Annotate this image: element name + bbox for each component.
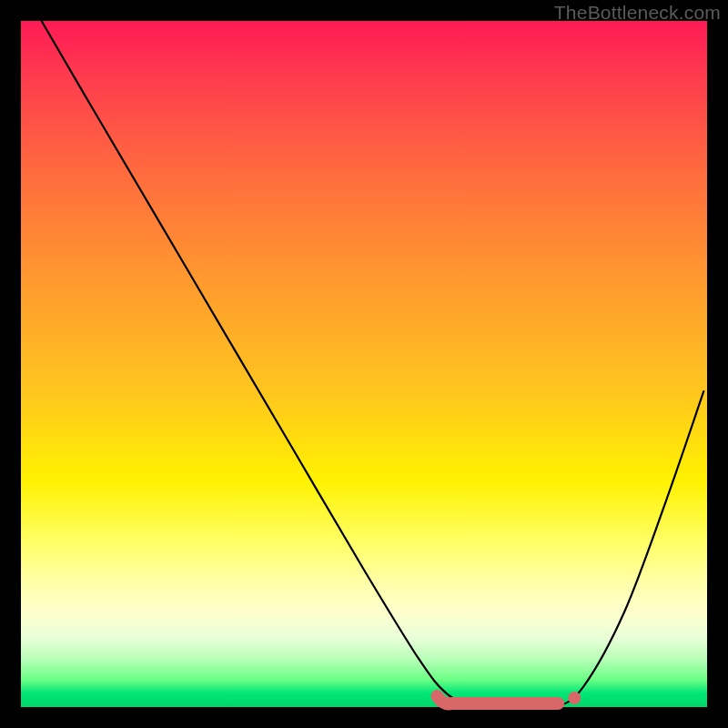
flat-region-marker xyxy=(437,696,558,703)
flat-region-end-dot xyxy=(568,692,581,704)
curve-overlay xyxy=(21,21,707,707)
bottleneck-curve-path xyxy=(42,21,704,709)
